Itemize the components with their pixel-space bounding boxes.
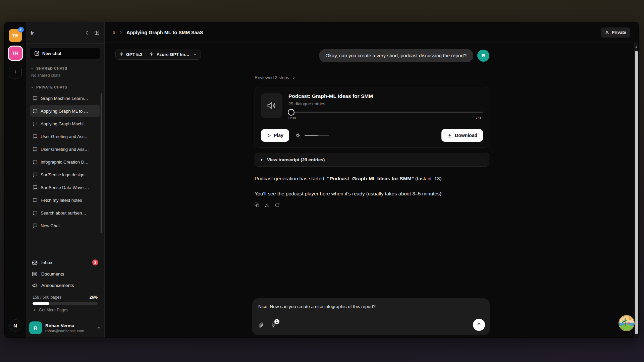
chat-item[interactable]: User Greeting and Ass… [30, 143, 100, 155]
shared-chats-empty: No shared chats [26, 72, 104, 80]
chat-item-label: New Chat [41, 223, 60, 228]
usage-progress-fill [33, 302, 49, 305]
chat-item-label: Applying Graph ML to … [41, 109, 88, 114]
chat-item[interactable]: Infographic Creation D… [30, 156, 100, 168]
chat-item-active[interactable]: Applying Graph ML to … [30, 105, 100, 117]
status-prefix: Podcast generation has started: [255, 176, 327, 181]
private-chats-section[interactable]: PRIVATE CHATS [26, 80, 104, 91]
get-more-pages-label: Get More Pages [39, 308, 68, 312]
volume-icon[interactable] [296, 133, 301, 138]
sidebar-item-announcements[interactable]: Announcements [29, 280, 101, 291]
message-composer[interactable]: Nice. Now can you create a nice infograp… [252, 298, 490, 335]
attach-file-button[interactable] [258, 322, 264, 328]
chat-item[interactable]: Applying Graph Machi… [30, 118, 100, 129]
new-chat-icon [34, 51, 39, 56]
chevron-down-icon [31, 67, 34, 70]
workspace-avatar-tr-active[interactable]: TR [9, 47, 22, 60]
chat-item[interactable]: Graph Machine Learni… [30, 93, 100, 104]
model-selector[interactable]: GPT 5.2 Azure GPT Im… [115, 49, 201, 60]
connectors-button[interactable]: 1 [271, 322, 276, 328]
chat-item-label: User Greeting and Ass… [41, 147, 89, 152]
composer-input[interactable]: Nice. Now can you create a nice infograp… [258, 304, 484, 309]
sidebar-item-documents[interactable]: Documents [29, 268, 101, 280]
chat-item[interactable]: Fetch my latest notes [30, 194, 100, 206]
volume-slider[interactable] [305, 135, 329, 136]
podcast-subtitle: 29 dialogue entries [288, 101, 483, 106]
regenerate-icon[interactable] [275, 202, 280, 207]
new-chat-button[interactable]: New chat [30, 48, 100, 59]
user-message-row: Okay, can you create a very short, podca… [255, 49, 489, 62]
app-logo[interactable]: N [9, 319, 21, 331]
workspace-tr-label: TR [12, 51, 18, 56]
chevron-down-icon [31, 85, 34, 89]
user-menu[interactable]: R Rohan Verma rohan@surfsense.com [26, 318, 104, 338]
documents-icon [32, 271, 38, 277]
time-total: 7:01 [476, 116, 483, 120]
palm-island-icon [619, 316, 634, 330]
view-transcript-toggle[interactable]: View transcript (29 entries) [255, 153, 489, 167]
shared-users-badge-icon [18, 27, 24, 33]
copy-icon[interactable] [255, 202, 260, 207]
play-icon [267, 133, 271, 138]
divider [146, 52, 146, 57]
paperclip-icon [258, 322, 264, 328]
status-podcast-name: “Podcast: Graph-ML Ideas for SMM” [327, 176, 414, 181]
chat-item[interactable]: User Greeting and Ass… [30, 131, 100, 142]
chat-item[interactable]: SurfSense logo design… [30, 169, 100, 180]
sidebar-item-inbox[interactable]: Inbox 3 [29, 257, 101, 268]
user-icon [605, 30, 609, 35]
get-more-pages-button[interactable]: Get More Pages [32, 307, 98, 315]
sidebar-toggle-icon[interactable] [94, 30, 100, 36]
plus-icon [33, 308, 37, 312]
scrollbar-thumb[interactable] [635, 51, 638, 334]
connectors-count-badge: 1 [274, 319, 279, 324]
download-button[interactable]: Download [441, 129, 483, 142]
private-chats-title: PRIVATE CHATS [36, 85, 67, 89]
assistant-status-line2: You’ll see the podcast player here when … [255, 190, 489, 197]
chat-bubble-icon [33, 147, 38, 152]
workspace-switcher-icon[interactable] [85, 31, 90, 35]
podcast-title: Podcast: Graph-ML Ideas for SMM [288, 93, 483, 99]
seek-handle[interactable] [288, 109, 294, 116]
chat-list: Graph Machine Learni… Applying Graph ML … [26, 91, 104, 233]
shared-chats-title: SHARED CHATS [36, 66, 67, 70]
download-icon [447, 133, 452, 138]
sidebar: tr New chat SHARED CHATS No shared chats… [26, 22, 105, 338]
chat-item[interactable]: Search about surfsen… [30, 207, 100, 219]
private-label: Private [612, 30, 626, 35]
add-workspace-button[interactable]: + [9, 66, 22, 78]
chat-item-label: Search about surfsen… [41, 210, 87, 216]
play-button[interactable]: Play [261, 129, 289, 142]
reviewed-steps-label: Reviewed 2 steps [255, 75, 289, 80]
usage-meter: 158 / 600 pages 26% Get More Pages [29, 291, 101, 316]
model-primary[interactable]: GPT 5.2 [119, 52, 142, 57]
chat-item[interactable]: SurfSense Data Wave … [30, 182, 100, 193]
island-badge[interactable] [619, 316, 634, 330]
chat-item[interactable]: New Chat [30, 220, 100, 231]
workspace-avatar-te[interactable]: TE [9, 29, 22, 42]
scroll-up-arrow[interactable] [635, 46, 638, 48]
seek-slider[interactable] [288, 112, 483, 113]
inbox-count-badge: 3 [92, 259, 98, 265]
download-icon[interactable] [265, 202, 270, 207]
private-visibility-button[interactable]: Private [601, 27, 630, 38]
send-button[interactable] [473, 319, 485, 331]
reviewed-steps-toggle[interactable]: Reviewed 2 steps [255, 75, 489, 80]
model-secondary-label: Azure GPT Im… [156, 52, 189, 57]
model-secondary[interactable]: Azure GPT Im… [149, 52, 189, 57]
user-email: rohan@surfsense.com [45, 329, 84, 333]
chat-item-label: Infographic Creation D… [41, 160, 89, 165]
sidebar-header: tr [26, 22, 104, 44]
breadcrumb-chat-title: Applying Graph ML to SMM SaaS [126, 30, 203, 35]
triangle-right-icon [260, 158, 263, 162]
chat-item-label: User Greeting and Ass… [41, 134, 89, 139]
breadcrumb-workspace[interactable]: tr [113, 30, 115, 35]
app-window: TE TR + N tr New chat S [5, 22, 638, 338]
podcast-thumbnail [261, 93, 282, 118]
chat-bubble-icon [33, 210, 38, 216]
main-scrollbar[interactable] [634, 43, 638, 338]
chat-list-scrollbar[interactable] [101, 93, 102, 233]
download-label: Download [455, 133, 477, 138]
divider [261, 124, 483, 124]
shared-chats-section[interactable]: SHARED CHATS [26, 61, 104, 72]
